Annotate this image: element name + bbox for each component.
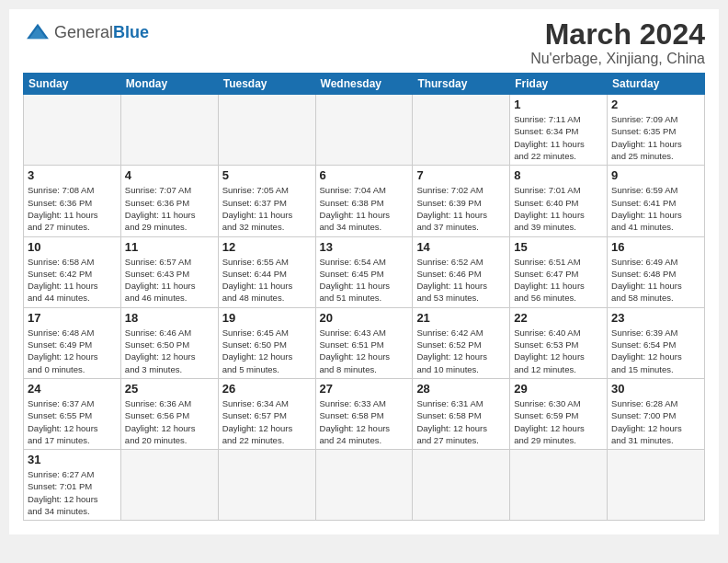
- calendar-cell: 31Sunrise: 6:27 AM Sunset: 7:01 PM Dayli…: [24, 450, 121, 521]
- calendar-cell: 17Sunrise: 6:48 AM Sunset: 6:49 PM Dayli…: [24, 307, 121, 378]
- calendar-cell: 5Sunrise: 7:05 AM Sunset: 6:37 PM Daylig…: [218, 166, 315, 236]
- calendar-cell: 10Sunrise: 6:58 AM Sunset: 6:42 PM Dayli…: [24, 236, 121, 307]
- calendar-cell: [510, 450, 608, 521]
- day-number: 17: [28, 311, 117, 325]
- day-number: 9: [611, 168, 700, 182]
- calendar-week-5: 31Sunrise: 6:27 AM Sunset: 7:01 PM Dayli…: [24, 450, 705, 521]
- day-number: 11: [125, 240, 214, 254]
- calendar-cell: [413, 450, 510, 521]
- weekday-header-thursday: Thursday: [413, 74, 510, 95]
- day-number: 21: [416, 311, 506, 325]
- logo-icon: [25, 22, 51, 42]
- day-info: Sunrise: 7:09 AM Sunset: 6:35 PM Dayligh…: [611, 113, 700, 162]
- day-number: 30: [611, 382, 700, 396]
- calendar-week-1: 3Sunrise: 7:08 AM Sunset: 6:36 PM Daylig…: [24, 166, 705, 236]
- day-info: Sunrise: 6:37 AM Sunset: 6:55 PM Dayligh…: [28, 397, 117, 446]
- day-info: Sunrise: 6:28 AM Sunset: 7:00 PM Dayligh…: [611, 397, 700, 446]
- day-number: 16: [611, 240, 700, 254]
- weekday-header-sunday: Sunday: [24, 74, 121, 95]
- calendar-cell: [413, 95, 510, 166]
- calendar-cell: 22Sunrise: 6:40 AM Sunset: 6:53 PM Dayli…: [510, 307, 608, 378]
- calendar-cell: [120, 95, 218, 166]
- day-info: Sunrise: 6:34 AM Sunset: 6:57 PM Dayligh…: [222, 397, 312, 446]
- calendar-week-2: 10Sunrise: 6:58 AM Sunset: 6:42 PM Dayli…: [24, 236, 705, 307]
- day-info: Sunrise: 6:58 AM Sunset: 6:42 PM Dayligh…: [28, 256, 117, 304]
- calendar-cell: 20Sunrise: 6:43 AM Sunset: 6:51 PM Dayli…: [315, 307, 413, 378]
- day-info: Sunrise: 7:11 AM Sunset: 6:34 PM Dayligh…: [514, 113, 603, 162]
- calendar-cell: 12Sunrise: 6:55 AM Sunset: 6:44 PM Dayli…: [218, 236, 315, 307]
- day-number: 1: [514, 98, 603, 111]
- day-info: Sunrise: 6:46 AM Sunset: 6:50 PM Dayligh…: [125, 327, 214, 375]
- calendar-week-3: 17Sunrise: 6:48 AM Sunset: 6:49 PM Dayli…: [24, 307, 705, 378]
- calendar-cell: [315, 450, 413, 521]
- calendar-cell: [315, 95, 413, 166]
- calendar-cell: 23Sunrise: 6:39 AM Sunset: 6:54 PM Dayli…: [608, 307, 705, 378]
- calendar-cell: 7Sunrise: 7:02 AM Sunset: 6:39 PM Daylig…: [413, 166, 510, 236]
- day-info: Sunrise: 6:42 AM Sunset: 6:52 PM Dayligh…: [416, 327, 506, 375]
- calendar-cell: 2Sunrise: 7:09 AM Sunset: 6:35 PM Daylig…: [608, 95, 705, 166]
- day-info: Sunrise: 6:55 AM Sunset: 6:44 PM Dayligh…: [222, 256, 312, 304]
- day-number: 8: [514, 168, 603, 182]
- month-title: March 2024: [530, 18, 705, 51]
- day-number: 10: [28, 240, 117, 254]
- calendar-cell: 19Sunrise: 6:45 AM Sunset: 6:50 PM Dayli…: [218, 307, 315, 378]
- day-info: Sunrise: 6:40 AM Sunset: 6:53 PM Dayligh…: [514, 327, 603, 375]
- day-number: 12: [222, 240, 312, 254]
- day-info: Sunrise: 6:43 AM Sunset: 6:51 PM Dayligh…: [320, 327, 409, 375]
- day-number: 14: [416, 240, 506, 254]
- calendar-week-4: 24Sunrise: 6:37 AM Sunset: 6:55 PM Dayli…: [24, 378, 705, 449]
- calendar-cell: 30Sunrise: 6:28 AM Sunset: 7:00 PM Dayli…: [608, 378, 705, 449]
- day-info: Sunrise: 7:08 AM Sunset: 6:36 PM Dayligh…: [28, 184, 117, 233]
- day-number: 20: [320, 311, 409, 325]
- day-info: Sunrise: 6:49 AM Sunset: 6:48 PM Dayligh…: [611, 256, 700, 304]
- logo: GeneralBlue: [23, 22, 149, 42]
- calendar-table: SundayMondayTuesdayWednesdayThursdayFrid…: [23, 73, 705, 521]
- calendar-cell: 29Sunrise: 6:30 AM Sunset: 6:59 PM Dayli…: [510, 378, 608, 449]
- calendar-cell: 13Sunrise: 6:54 AM Sunset: 6:45 PM Dayli…: [315, 236, 413, 307]
- header: GeneralBlue March 2024 Nu'erbage, Xinjia…: [23, 18, 705, 67]
- logo-text: GeneralBlue: [54, 24, 149, 41]
- day-number: 29: [514, 382, 603, 396]
- day-info: Sunrise: 7:04 AM Sunset: 6:38 PM Dayligh…: [320, 184, 409, 233]
- calendar-cell: [120, 450, 218, 521]
- calendar-week-0: 1Sunrise: 7:11 AM Sunset: 6:34 PM Daylig…: [24, 95, 705, 166]
- day-number: 28: [416, 382, 506, 396]
- day-info: Sunrise: 6:31 AM Sunset: 6:58 PM Dayligh…: [416, 397, 506, 446]
- day-number: 19: [222, 311, 312, 325]
- calendar-cell: 25Sunrise: 6:36 AM Sunset: 6:56 PM Dayli…: [120, 378, 218, 449]
- day-info: Sunrise: 6:59 AM Sunset: 6:41 PM Dayligh…: [611, 184, 700, 233]
- day-info: Sunrise: 7:02 AM Sunset: 6:39 PM Dayligh…: [416, 184, 506, 233]
- day-number: 22: [514, 311, 603, 325]
- calendar-cell: 1Sunrise: 7:11 AM Sunset: 6:34 PM Daylig…: [510, 95, 608, 166]
- calendar-cell: 27Sunrise: 6:33 AM Sunset: 6:58 PM Dayli…: [315, 378, 413, 449]
- calendar-cell: 16Sunrise: 6:49 AM Sunset: 6:48 PM Dayli…: [608, 236, 705, 307]
- day-number: 4: [125, 168, 214, 182]
- day-info: Sunrise: 6:54 AM Sunset: 6:45 PM Dayligh…: [320, 256, 409, 304]
- calendar-cell: 28Sunrise: 6:31 AM Sunset: 6:58 PM Dayli…: [413, 378, 510, 449]
- day-number: 23: [611, 311, 700, 325]
- weekday-header-tuesday: Tuesday: [218, 74, 315, 95]
- calendar-cell: 3Sunrise: 7:08 AM Sunset: 6:36 PM Daylig…: [24, 166, 121, 236]
- day-number: 15: [514, 240, 603, 254]
- day-info: Sunrise: 7:05 AM Sunset: 6:37 PM Dayligh…: [222, 184, 312, 233]
- page: GeneralBlue March 2024 Nu'erbage, Xinjia…: [9, 9, 719, 534]
- day-number: 6: [320, 168, 409, 182]
- day-info: Sunrise: 7:01 AM Sunset: 6:40 PM Dayligh…: [514, 184, 603, 233]
- day-info: Sunrise: 6:45 AM Sunset: 6:50 PM Dayligh…: [222, 327, 312, 375]
- day-number: 5: [222, 168, 312, 182]
- day-info: Sunrise: 6:33 AM Sunset: 6:58 PM Dayligh…: [320, 397, 409, 446]
- location: Nu'erbage, Xinjiang, China: [530, 51, 705, 67]
- weekday-header-wednesday: Wednesday: [315, 74, 413, 95]
- day-info: Sunrise: 6:51 AM Sunset: 6:47 PM Dayligh…: [514, 256, 603, 304]
- day-info: Sunrise: 6:30 AM Sunset: 6:59 PM Dayligh…: [514, 397, 603, 446]
- day-info: Sunrise: 6:36 AM Sunset: 6:56 PM Dayligh…: [125, 397, 214, 446]
- day-number: 13: [320, 240, 409, 254]
- day-number: 26: [222, 382, 312, 396]
- day-info: Sunrise: 7:07 AM Sunset: 6:36 PM Dayligh…: [125, 184, 214, 233]
- day-info: Sunrise: 6:27 AM Sunset: 7:01 PM Dayligh…: [28, 468, 117, 517]
- calendar-cell: [218, 450, 315, 521]
- day-number: 18: [125, 311, 214, 325]
- day-info: Sunrise: 6:48 AM Sunset: 6:49 PM Dayligh…: [28, 327, 117, 375]
- calendar-cell: [24, 95, 121, 166]
- day-info: Sunrise: 6:52 AM Sunset: 6:46 PM Dayligh…: [416, 256, 506, 304]
